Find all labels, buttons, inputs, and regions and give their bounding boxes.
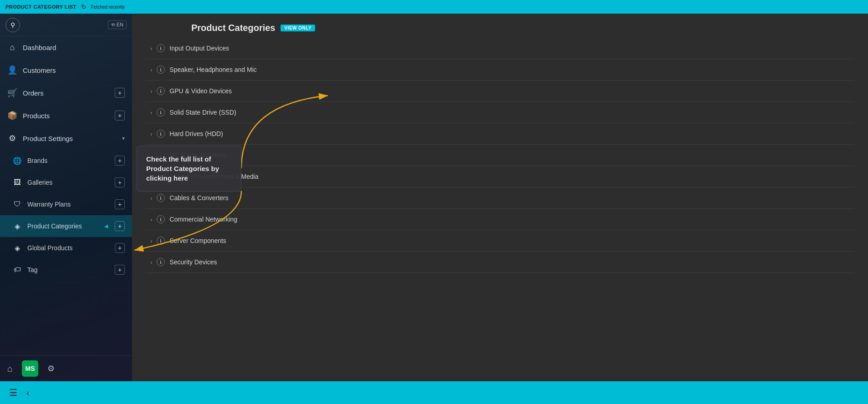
category-info-icon: ℹ (157, 87, 165, 95)
sidebar: ⚲ বাং EN ⌂ Dashboard 👤 Customers 🛒 Order… (0, 14, 132, 381)
lang-text: বাং EN (111, 22, 123, 28)
product-categories-label: Product Categories (27, 222, 96, 230)
category-info-icon: ℹ (157, 215, 165, 223)
sidebar-item-products[interactable]: 📦 Products + (0, 104, 132, 127)
annotation-text: Check the full list of Product Categorie… (146, 155, 219, 182)
brands-label: Brands (27, 157, 109, 164)
active-arrow-icon: ◄ (103, 222, 109, 230)
sidebar-item-tag[interactable]: 🏷 Tag + (0, 259, 132, 281)
sidebar-item-product-settings[interactable]: ⚙ Product Settings ▾ (0, 127, 132, 150)
category-name: Solid State Drive (SSD) (169, 109, 850, 116)
customers-label: Customers (23, 66, 125, 74)
category-list-item[interactable]: › ℹ Cables & Converters (146, 187, 854, 209)
refresh-icon[interactable]: ↻ (81, 3, 87, 10)
category-name: Security Devices (169, 258, 850, 266)
orders-icon: 🛒 (7, 88, 17, 98)
brands-icon: 🌐 (13, 157, 22, 165)
home-bottom-icon[interactable]: ⌂ (7, 364, 13, 374)
category-name: GPU & Video Devices (169, 87, 850, 95)
global-products-add-button[interactable]: + (115, 243, 125, 253)
language-badge[interactable]: বাং EN (108, 20, 127, 29)
search-icon: ⚲ (10, 21, 15, 29)
top-bar: PRODUCT CATEGORY LIST ↻ Fetched recently (0, 0, 868, 14)
category-list-item[interactable]: › ℹ Speaker, Headphones and Mic (146, 59, 854, 81)
customers-icon: 👤 (7, 65, 17, 75)
category-info-icon: ℹ (157, 194, 165, 202)
product-categories-add-button[interactable]: + (115, 221, 125, 231)
category-expand-icon: › (150, 216, 152, 223)
products-label: Products (23, 112, 109, 120)
category-info-icon: ℹ (157, 237, 165, 245)
category-expand-icon: › (150, 237, 152, 244)
category-list-item[interactable]: › ℹ Server Components (146, 230, 854, 252)
page-list-title: PRODUCT CATEGORY LIST (5, 4, 77, 10)
category-name: Commercial Networking (169, 216, 850, 223)
category-info-icon: ℹ (157, 108, 165, 116)
category-list-item[interactable]: › ℹ Commercial Networking (146, 209, 854, 230)
category-name: Cables & Converters (169, 194, 850, 202)
category-list: › ℹ Input Output Devices › ℹ Speaker, He… (132, 38, 868, 381)
category-expand-icon: › (150, 195, 152, 202)
category-list-item[interactable]: › ℹ Hard Drives (HDD) (146, 123, 854, 145)
tag-icon: 🏷 (13, 266, 22, 274)
search-button[interactable]: ⚲ (5, 18, 20, 32)
page-title-row: Product Categories VIEW ONLY (191, 23, 854, 33)
category-expand-icon: › (150, 66, 152, 73)
warranty-icon: 🛡 (13, 200, 22, 208)
dashboard-label: Dashboard (23, 44, 125, 51)
category-list-item[interactable]: › ℹ Solid State Drive (SSD) (146, 102, 854, 123)
settings-bottom-icon[interactable]: ⚙ (47, 364, 55, 374)
sidebar-item-brands[interactable]: 🌐 Brands + (0, 150, 132, 172)
category-list-item[interactable]: › ℹ GPU & Video Devices (146, 81, 854, 102)
sidebar-item-global-products[interactable]: ◈ Global Products + (0, 237, 132, 259)
category-list-item[interactable]: › ℹ Input Output Devices (146, 38, 854, 59)
page-title: Product Categories (191, 23, 275, 33)
category-list-item[interactable]: › ℹ PC Power Solutions (146, 145, 854, 166)
sidebar-item-product-categories[interactable]: ◈ Product Categories ◄ + (0, 215, 132, 237)
tag-label: Tag (27, 266, 109, 273)
sidebar-search-row: ⚲ বাং EN (0, 14, 132, 36)
global-products-icon: ◈ (13, 244, 22, 252)
category-expand-icon: › (150, 109, 152, 116)
category-expand-icon: › (150, 45, 152, 52)
back-icon[interactable]: ‹ (26, 388, 30, 398)
bottom-bar: ☰ ‹ (0, 381, 868, 404)
annotation-tooltip: Check the full list of Product Categorie… (137, 146, 241, 192)
category-expand-icon: › (150, 131, 152, 137)
product-categories-icon: ◈ (13, 222, 22, 231)
product-settings-label: Product Settings (23, 135, 117, 142)
brands-add-button[interactable]: + (115, 156, 125, 166)
galleries-add-button[interactable]: + (115, 177, 125, 187)
orders-label: Orders (23, 89, 109, 97)
products-add-button[interactable]: + (115, 111, 125, 121)
sidebar-item-dashboard[interactable]: ⌂ Dashboard (0, 36, 132, 59)
sidebar-item-galleries[interactable]: 🖼 Galleries + (0, 172, 132, 193)
category-list-item[interactable]: › ℹ Security Devices (146, 252, 854, 273)
fetch-status: Fetched recently (91, 5, 125, 10)
category-info-icon: ℹ (157, 130, 165, 138)
dashboard-icon: ⌂ (7, 43, 17, 52)
warranty-label: Warranty Plans (27, 201, 109, 208)
category-name: Hard Drives (HDD) (169, 130, 850, 137)
tag-add-button[interactable]: + (115, 265, 125, 275)
category-name: PC Power Solutions (169, 152, 850, 159)
category-info-icon: ℹ (157, 44, 165, 52)
content-header: Product Categories VIEW ONLY (132, 14, 868, 38)
sidebar-bottom: ⌂ MS ⚙ (0, 355, 132, 381)
sidebar-item-customers[interactable]: 👤 Customers (0, 59, 132, 81)
sidebar-item-warranty-plans[interactable]: 🛡 Warranty Plans + (0, 193, 132, 215)
product-settings-icon: ⚙ (7, 133, 17, 143)
galleries-label: Galleries (27, 179, 109, 186)
warranty-add-button[interactable]: + (115, 199, 125, 209)
global-products-label: Global Products (27, 244, 109, 252)
content-area: Check the full list of Product Categorie… (132, 14, 868, 381)
orders-add-button[interactable]: + (115, 88, 125, 98)
view-only-badge: VIEW ONLY (281, 25, 315, 31)
category-list-item[interactable]: › ℹ Optical Drives/Burners & Media (146, 166, 854, 187)
sidebar-item-orders[interactable]: 🛒 Orders + (0, 81, 132, 104)
products-icon: 📦 (7, 111, 17, 121)
menu-icon[interactable]: ☰ (9, 387, 17, 398)
product-settings-chevron: ▾ (122, 135, 125, 141)
ms-badge[interactable]: MS (22, 360, 38, 377)
category-name: Input Output Devices (169, 45, 850, 52)
